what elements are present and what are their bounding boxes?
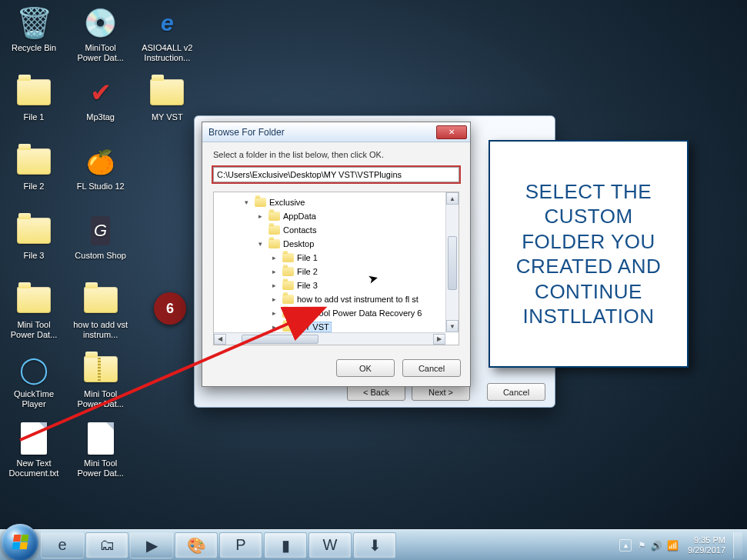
desktop-icon[interactable]: 🍊FL Studio 12 [72,143,130,209]
desktop-icon[interactable]: File 1 [5,74,63,140]
expand-icon[interactable]: ▸ [272,309,280,317]
tree-node-label: Mini Tool Power Data Recovery 6 [297,308,422,318]
vscroll-thumb[interactable] [448,236,457,290]
explorer-icon: 🗂 [99,536,115,554]
start-button[interactable] [2,524,38,561]
tree-node[interactable]: ▸File 3 [218,278,455,292]
taskbar-item-word[interactable]: W [308,532,352,558]
desktop-icon[interactable]: Mini Tool Power Dat... [72,420,130,486]
expand-icon[interactable]: ▸ [258,212,266,220]
show-hidden-icons-button[interactable]: ▴ [619,539,632,552]
scroll-left-button[interactable]: ◀ [214,334,226,345]
network-icon[interactable]: 📶 [667,540,679,551]
close-icon: ✕ [449,128,455,136]
show-desktop-button[interactable] [733,532,742,558]
desktop-icon[interactable]: File 2 [5,143,63,209]
media-player-icon: ▶ [146,536,158,555]
tree-node-label: how to add vst instrument to fl st [297,295,419,304]
desktop-icon[interactable]: MY VST [138,74,196,140]
expand-icon[interactable]: ▸ [272,323,280,331]
hscroll-thumb[interactable] [242,335,318,344]
taskbar-item-explorer[interactable]: 🗂 [85,532,128,558]
powerpoint-icon: P [235,536,245,554]
taskbar-item-ie[interactable]: e [41,532,84,558]
vertical-scrollbar[interactable]: ▲ ▼ [445,192,459,332]
desktop-icon[interactable]: GCustom Shop [72,212,130,278]
tree-node-label: File 1 [297,253,318,262]
wizard-cancel-button[interactable]: Cancel [487,383,545,401]
taskbar-item-cmd[interactable]: ▮ [264,532,307,558]
ie-icon: e [148,5,185,42]
ok-button[interactable]: OK [336,359,395,377]
browse-for-folder-dialog: Browse For Folder ✕ Select a folder in t… [202,122,471,387]
close-button[interactable]: ✕ [436,125,467,139]
fruit-icon: 🍊 [82,143,119,180]
expand-icon[interactable]: ▾ [245,198,252,206]
tree-node[interactable]: ▾Exclusive [218,195,455,209]
folder-icon [268,211,280,222]
desktop-icon-label: QuickTime Player [5,388,62,409]
step-badge: 6 [154,292,186,325]
desktop-icon-label: Recycle Bin [12,42,56,53]
tree-node-label: Desktop [283,239,314,248]
desktop-icon[interactable]: Mini Tool Power Dat... [5,282,63,348]
tree-node[interactable]: ▾Desktop [218,237,455,251]
taskbar-item-powerpoint[interactable]: P [219,532,262,558]
desktop-icon[interactable]: eASIO4ALL v2 Instruction... [138,5,196,71]
folder-icon [15,212,52,249]
desktop-icon-label: ASIO4ALL v2 Instruction... [138,42,195,63]
desktop-icon[interactable]: ✔Mp3tag [72,74,130,140]
folder-path-input[interactable] [213,167,459,182]
folder-tree: ▾Exclusive▸AppDataContacts▾Desktop▸File … [213,192,459,345]
folder-icon [282,294,294,305]
tree-node-label: Contacts [283,225,316,235]
desktop-icon[interactable]: ◯QuickTime Player [5,351,63,417]
desktop-icon[interactable]: File 3 [5,212,63,278]
ie-icon: e [58,536,66,554]
folder-icon [282,266,294,277]
expand-icon[interactable]: ▾ [258,240,266,248]
dialog-titlebar[interactable]: Browse For Folder ✕ [202,122,470,142]
desktop-icon-label: Mini Tool Power Dat... [5,318,62,340]
tree-node[interactable]: ▸how to add vst instrument to fl st [218,292,455,306]
tree-node[interactable]: Contacts [218,223,455,237]
scroll-down-button[interactable]: ▼ [446,320,459,332]
time-text: 9:35 PM [688,535,725,545]
desktop-icon[interactable]: how to add vst instrum... [72,282,130,348]
desktop-icon-label: File 3 [24,249,45,261]
tree-node[interactable]: ▸File 2 [218,265,455,278]
desktop-icon[interactable]: New Text Document.txt [5,420,63,486]
clock[interactable]: 9:35 PM 9/29/2017 [685,535,729,555]
system-tray: ▴ ⚑ 🔊 📶 9:35 PM 9/29/2017 [619,532,742,558]
action-center-icon[interactable]: ⚑ [638,540,646,551]
expand-icon[interactable]: ▸ [272,282,280,289]
bin-icon: 🗑️ [15,5,52,42]
tree-node[interactable]: ▸Mini Tool Power Data Recovery 6 [218,306,455,320]
cancel-button[interactable]: Cancel [402,359,461,377]
desktop-icon[interactable]: 💿MiniTool Power Dat... [72,5,130,71]
tree-node[interactable]: ▸AppData [218,209,455,223]
desktop-icon[interactable]: Mini Tool Power Dat... [72,351,130,417]
tree-node[interactable]: ▸File 1 [218,251,455,265]
folder-icon [282,308,294,318]
volume-icon[interactable]: 🔊 [651,540,662,551]
horizontal-scrollbar[interactable]: ◀ ▶ [214,332,445,345]
folder-icon [282,280,294,291]
dialog-title: Browse For Folder [208,127,436,138]
expand-icon[interactable]: ▸ [272,295,280,303]
taskbar-item-paint[interactable]: 🎨 [175,532,218,558]
desktop-icon-label: MY VST [152,111,183,122]
expand-icon[interactable]: ▸ [272,268,280,275]
taskbar-item-installer[interactable]: ⬇ [353,532,396,558]
desktop-icon-label: Custom Shop [75,249,126,261]
scroll-right-button[interactable]: ▶ [433,334,445,345]
scroll-up-button[interactable]: ▲ [446,192,459,205]
folder-icon [15,74,52,111]
windows-logo-icon [12,535,28,549]
folder-icon [148,74,185,111]
desktop-icon[interactable]: 🗑️Recycle Bin [5,5,63,71]
taskbar-item-media-player[interactable]: ▶ [130,532,173,558]
expand-icon[interactable]: ▸ [272,254,280,262]
cs-icon: G [82,212,119,249]
tree-node-label: File 2 [297,267,318,276]
